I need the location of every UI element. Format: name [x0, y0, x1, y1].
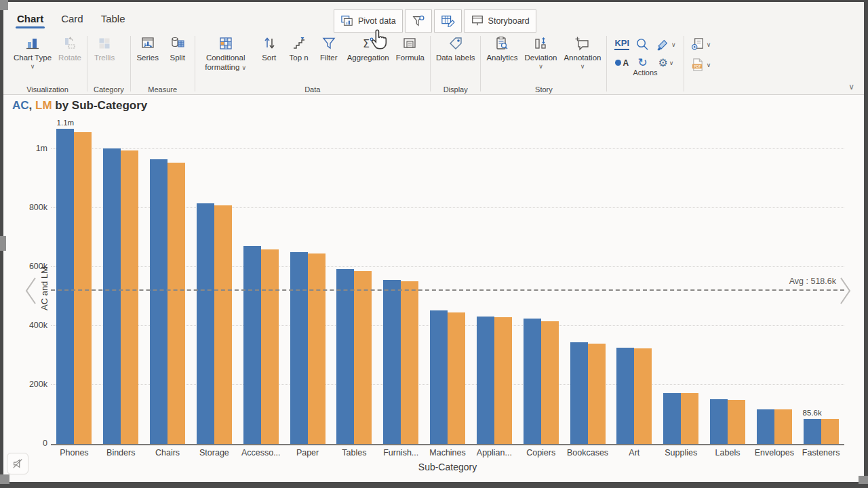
tab-table[interactable]: Table [100, 12, 127, 28]
bar-lm-fasteners[interactable] [821, 419, 839, 444]
resize-handle-bottom-left[interactable] [0, 474, 9, 484]
bar-lm-tables[interactable] [354, 271, 372, 444]
group-label-story: Story [483, 85, 604, 97]
bar-lm-art[interactable] [634, 348, 652, 444]
formula-button[interactable]: Formula [393, 32, 428, 63]
deviation-label: Deviation [524, 54, 557, 63]
tab-chart[interactable]: Chart [16, 12, 45, 28]
visual-frame-bottom [0, 482, 868, 488]
bar-ac-envelopes[interactable] [757, 409, 774, 444]
x-axis-label: Supplies [658, 448, 705, 458]
y-tick-label: 800k [29, 203, 47, 212]
bar-ac-supplies[interactable] [663, 393, 681, 444]
series-label: Series [136, 54, 159, 63]
storyboard-label: Storyboard [488, 16, 530, 26]
deviation-button[interactable]: Deviation ∨ [521, 32, 560, 70]
powerbi-visual: Chart Card Table Pivot data [0, 0, 868, 488]
ribbon: Chart Card Table Pivot data [3, 2, 864, 95]
blue-dot-icon [615, 60, 621, 66]
bar-ac-phones[interactable] [56, 129, 74, 444]
bar-ac-art[interactable] [616, 348, 634, 444]
x-axis-label: Copiers [517, 448, 564, 458]
alerts-muted-button[interactable] [7, 453, 28, 474]
rotate-button[interactable]: Rotate [55, 32, 85, 63]
bar-group [144, 122, 191, 444]
bar-ac-paper[interactable] [290, 252, 308, 444]
sort-label: Sort [262, 54, 276, 63]
labeling-button[interactable]: A [615, 58, 629, 68]
analytics-button[interactable]: Analytics [483, 32, 521, 63]
resize-handle-mid-left[interactable] [0, 236, 6, 251]
x-axis-title: Sub-Category [51, 462, 844, 472]
average-line-left-arrow[interactable] [23, 275, 38, 306]
aggregation-button[interactable]: Σ Aggregation [344, 32, 393, 63]
y-tick-label: 1m [36, 144, 47, 153]
bar-ac-bookcases[interactable] [570, 342, 588, 444]
bar-lm-storage[interactable] [214, 205, 232, 444]
top-n-label: Top n [290, 54, 309, 63]
trellis-button[interactable]: Trellis [90, 32, 119, 63]
analytics-icon [494, 35, 509, 52]
average-line[interactable] [51, 289, 844, 291]
chart-type-button[interactable]: Chart Type ∨ [10, 32, 55, 70]
formula-icon [402, 35, 418, 52]
split-button[interactable]: Split [163, 32, 193, 63]
annotation-label: Annotation [564, 54, 601, 63]
bar-ac-tables[interactable] [336, 269, 354, 444]
annotation-button[interactable]: Annotation ∨ [560, 32, 604, 70]
bar-lm-bookcases[interactable] [588, 344, 606, 444]
export-column: ∨ PDF ∨ [686, 32, 714, 97]
bar-lm-copiers[interactable] [541, 321, 559, 444]
bar-lm-applian[interactable] [494, 317, 512, 444]
zoom-button[interactable] [635, 37, 650, 52]
bar-ac-accesso[interactable] [243, 246, 261, 444]
slicer-button[interactable] [405, 9, 432, 33]
bar-lm-furnish[interactable] [401, 281, 418, 444]
rotate-icon [62, 35, 77, 52]
filter-button[interactable]: Filter [314, 32, 344, 63]
bar-lm-supplies[interactable] [681, 393, 698, 444]
bar-lm-phones[interactable] [74, 132, 92, 444]
resize-handle-top-left[interactable] [0, 0, 8, 10]
bar-lm-binders[interactable] [121, 150, 138, 444]
edit-data-button[interactable] [434, 9, 462, 33]
settings-button[interactable]: ⚙ ∨ [658, 58, 673, 68]
bar-ac-binders[interactable] [103, 148, 121, 444]
resize-handle-bottom-right[interactable] [859, 476, 868, 484]
format-painter-button[interactable]: ∨ [656, 38, 676, 52]
group-measure: Series Split Measure [133, 32, 193, 97]
bar-lm-labels[interactable] [728, 400, 745, 444]
series-button[interactable]: Series [133, 32, 163, 63]
bar-ac-labels[interactable] [710, 399, 728, 444]
average-line-right-arrow[interactable] [838, 275, 853, 306]
bar-ac-machines[interactable] [430, 310, 448, 444]
storyboard-button[interactable]: Storyboard [464, 9, 536, 33]
pivot-data-button[interactable]: Pivot data [334, 9, 403, 33]
ribbon-collapse-chevron[interactable]: ∨ [848, 82, 854, 92]
group-separator [480, 36, 481, 92]
kpi-button[interactable]: KPI [614, 39, 629, 49]
tab-card[interactable]: Card [60, 12, 85, 28]
storyboard-icon [471, 14, 484, 28]
x-axis-label: Machines [425, 448, 471, 458]
export-settings-button[interactable]: ∨ [690, 37, 711, 52]
bar-ac-copiers[interactable] [524, 319, 541, 444]
bar-lm-paper[interactable] [308, 253, 326, 444]
export-pdf-button[interactable]: PDF ∨ [690, 58, 711, 72]
bar-ac-fasteners[interactable] [804, 419, 821, 444]
chevron-down-icon: ∨ [538, 64, 543, 70]
svg-text:Σ: Σ [363, 37, 370, 50]
conditional-formatting-button[interactable]: Conditional formatting ∨ [197, 32, 254, 72]
refresh-button[interactable]: ↻ [637, 57, 647, 68]
bar-ac-storage[interactable] [197, 203, 214, 444]
bar-lm-chairs[interactable] [167, 163, 185, 444]
sort-button[interactable]: Sort [254, 32, 284, 63]
bar-ac-furnish[interactable] [383, 280, 401, 444]
bar-lm-envelopes[interactable] [774, 409, 792, 444]
bar-ac-applian[interactable] [477, 317, 494, 444]
bar-ac-chairs[interactable] [150, 159, 167, 444]
data-labels-button[interactable]: Data labels [433, 32, 479, 63]
bar-lm-accesso[interactable] [261, 249, 279, 444]
top-n-button[interactable]: Top n [284, 32, 314, 63]
bar-lm-machines[interactable] [448, 312, 465, 444]
